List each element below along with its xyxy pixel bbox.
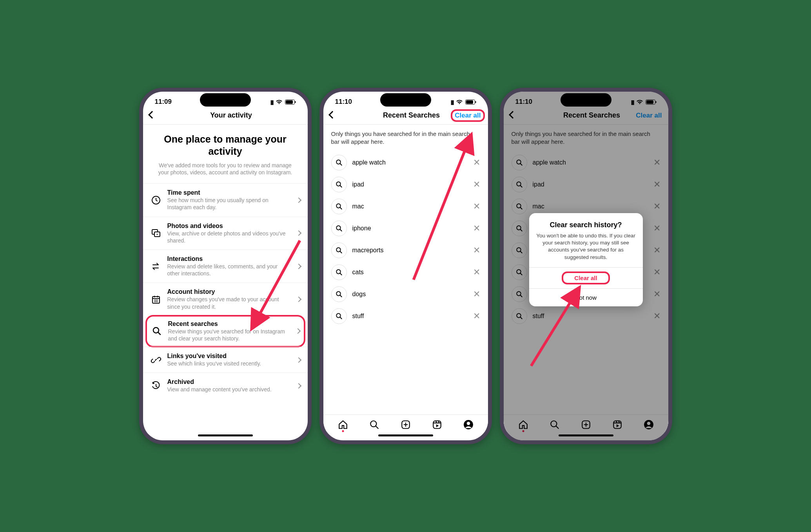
menu-desc: Review and delete likes, comments, and y… xyxy=(167,263,291,277)
remove-search-button: ✕ xyxy=(653,289,660,299)
search-item: ipad✕ xyxy=(504,174,668,195)
search-term: dogs xyxy=(352,291,468,298)
remove-search-button[interactable]: ✕ xyxy=(473,223,480,233)
menu-item-interactions[interactable]: InteractionsReview and delete likes, com… xyxy=(143,250,308,282)
magnifier-icon xyxy=(512,264,527,280)
remove-search-button[interactable]: ✕ xyxy=(473,245,480,255)
search-term: mac xyxy=(533,203,648,210)
remove-search-button[interactable]: ✕ xyxy=(473,201,480,212)
tab-create[interactable] xyxy=(401,420,411,430)
page-title: Your activity xyxy=(161,111,301,119)
search-item[interactable]: mac✕ xyxy=(323,195,488,217)
svg-rect-18 xyxy=(466,100,473,104)
confirm-dialog: Clear search history? You won't be able … xyxy=(529,213,643,306)
magnifier-icon xyxy=(331,199,347,214)
svg-line-60 xyxy=(520,229,522,231)
magnifier-icon xyxy=(331,242,347,258)
home-indicator[interactable] xyxy=(198,434,253,436)
search-term: stuff xyxy=(533,313,648,320)
menu-item-time-spent[interactable]: Time spentSee how much time you usually … xyxy=(143,183,308,216)
chevron-right-icon xyxy=(297,230,301,237)
chevron-right-icon xyxy=(297,356,301,364)
photos-icon xyxy=(150,228,162,238)
phone-frame-1: 11:09 Your activity One place to manage … xyxy=(139,88,312,444)
search-item[interactable]: dogs✕ xyxy=(323,283,488,305)
magnifier-icon xyxy=(512,199,527,214)
remove-search-button[interactable]: ✕ xyxy=(473,267,480,277)
remove-search-button[interactable]: ✕ xyxy=(473,311,480,321)
menu-item-links[interactable]: Links you've visitedSee which links you'… xyxy=(143,347,308,373)
back-button[interactable] xyxy=(510,112,522,119)
remove-search-button: ✕ xyxy=(653,311,660,321)
remove-search-button[interactable]: ✕ xyxy=(473,179,480,190)
chevron-right-icon xyxy=(297,197,301,204)
search-item[interactable]: stuff✕ xyxy=(323,305,488,327)
dialog-not-now-button[interactable]: Not now xyxy=(529,288,643,306)
nav-header: Recent Searches Clear all xyxy=(504,108,668,125)
search-term: stuff xyxy=(352,313,468,320)
battery-icon xyxy=(646,100,657,105)
search-item[interactable]: cats✕ xyxy=(323,261,488,283)
magnifier-icon xyxy=(512,242,527,258)
hero-title: One place to manage your activity xyxy=(155,133,296,158)
tab-reels[interactable] xyxy=(432,420,442,430)
search-term: apple watch xyxy=(533,159,648,166)
menu-label: Time spent xyxy=(167,189,291,196)
menu-desc: See how much time you usually spend on I… xyxy=(167,197,291,211)
svg-line-54 xyxy=(520,163,522,165)
content-area[interactable]: One place to manage your activity We've … xyxy=(143,125,308,432)
search-term: apple watch xyxy=(352,159,468,166)
magnifier-icon xyxy=(151,326,163,336)
magnifier-icon xyxy=(331,286,347,302)
screen-1: 11:09 Your activity One place to manage … xyxy=(143,92,308,440)
remove-search-button[interactable]: ✕ xyxy=(473,289,480,299)
tab-home[interactable] xyxy=(338,420,348,430)
svg-line-62 xyxy=(520,251,522,253)
back-button[interactable] xyxy=(149,112,161,119)
menu-item-account-history[interactable]: Account historyReview changes you've mad… xyxy=(143,282,308,315)
menu-desc: Review changes you've made to your accou… xyxy=(167,296,291,310)
tab-search[interactable] xyxy=(369,420,379,430)
tab-search xyxy=(550,420,560,430)
menu-desc: View, archive or delete photos and video… xyxy=(167,230,291,244)
search-item: apple watch✕ xyxy=(504,152,668,174)
tab-profile[interactable] xyxy=(463,420,474,430)
clear-all-button[interactable]: Clear all xyxy=(454,111,481,120)
tab-bar xyxy=(323,414,488,432)
status-icons xyxy=(451,98,476,106)
chevron-right-icon xyxy=(297,382,301,389)
svg-line-58 xyxy=(520,207,522,209)
search-item[interactable]: apple watch✕ xyxy=(323,152,488,174)
magnifier-icon xyxy=(331,221,347,236)
dialog-clear-all-button[interactable]: Clear all xyxy=(529,267,643,288)
search-item: stuff✕ xyxy=(504,305,668,327)
back-button[interactable] xyxy=(330,112,341,119)
search-item[interactable]: iphone✕ xyxy=(323,217,488,239)
clock: 11:10 xyxy=(515,98,532,106)
dialog-body-text: You won't be able to undo this. If you c… xyxy=(536,232,636,261)
notch xyxy=(380,93,431,107)
clock-icon xyxy=(150,195,162,205)
svg-point-53 xyxy=(517,160,521,164)
menu-desc: See which links you've visited recently. xyxy=(167,360,291,367)
search-item[interactable]: macreports✕ xyxy=(323,239,488,261)
svg-line-66 xyxy=(520,295,522,297)
menu-item-archived[interactable]: ArchivedView and manage content you've a… xyxy=(143,373,308,398)
remove-search-button[interactable]: ✕ xyxy=(473,157,480,168)
svg-line-23 xyxy=(340,185,342,187)
info-text: Only things you have searched for in the… xyxy=(504,125,668,152)
notch xyxy=(561,93,611,107)
content-area[interactable]: Only things you have searched for in the… xyxy=(323,125,488,414)
menu-item-recent-searches[interactable]: Recent searchesReview things you've sear… xyxy=(145,315,305,347)
svg-line-29 xyxy=(340,251,342,253)
menu-item-photos[interactable]: Photos and videosView, archive or delete… xyxy=(143,217,308,250)
magnifier-icon xyxy=(512,155,527,170)
chevron-right-icon xyxy=(296,328,300,335)
clear-all-button[interactable]: Clear all xyxy=(636,112,662,119)
svg-point-47 xyxy=(466,422,470,425)
home-indicator[interactable] xyxy=(559,434,613,436)
svg-point-79 xyxy=(644,420,653,429)
remove-search-button: ✕ xyxy=(653,157,660,168)
home-indicator[interactable] xyxy=(378,434,433,436)
search-item[interactable]: ipad✕ xyxy=(323,174,488,195)
